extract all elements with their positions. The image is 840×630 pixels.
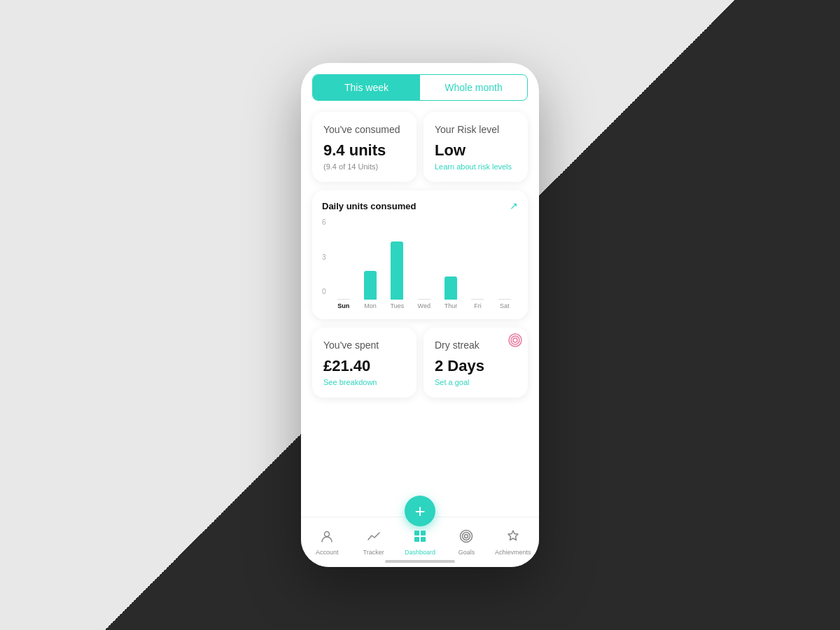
bar-label-thur: Thur [444, 302, 458, 309]
nav-item-tracker[interactable]: Tracker [350, 528, 396, 556]
nav-label-account: Account [316, 549, 339, 556]
consumed-label: You've consumed [323, 123, 405, 136]
scroll-content: This week Whole month You've consumed 9.… [301, 63, 539, 567]
nav-item-account[interactable]: Account [304, 528, 350, 556]
home-indicator [385, 560, 455, 563]
bar-tues [391, 241, 403, 300]
streak-label: Dry streak [435, 339, 517, 351]
nav-item-dashboard[interactable]: Dashboard [397, 528, 443, 556]
svg-point-3 [325, 532, 330, 537]
bar-label-sun: Sun [337, 302, 349, 309]
tab-whole-month[interactable]: Whole month [420, 75, 527, 100]
svg-rect-5 [421, 531, 426, 536]
consumed-value: 9.4 units [323, 141, 405, 160]
expand-icon[interactable]: ↗ [510, 200, 518, 211]
bar-group-tues[interactable]: Tues [384, 232, 410, 309]
risk-label: Your Risk level [435, 123, 517, 136]
svg-point-1 [511, 336, 519, 344]
streak-goal-link[interactable]: Set a goal [435, 378, 517, 386]
nav-label-tracker: Tracker [363, 549, 384, 556]
svg-rect-7 [421, 537, 426, 542]
tab-this-week[interactable]: This week [313, 75, 420, 100]
nav-item-achievements[interactable]: Achievments [490, 528, 536, 556]
bar-label-sat: Sat [500, 302, 510, 309]
bar-group-fri[interactable]: Fri [464, 232, 491, 309]
bar-thur [444, 276, 457, 300]
consumed-card: You've consumed 9.4 units (9.4 of 14 Uni… [312, 112, 416, 182]
spent-card: You've spent £21.40 See breakdown [312, 328, 416, 398]
bar-dash-sun [337, 299, 350, 300]
goals-icon [458, 528, 474, 547]
chart-title: Daily units consumed [322, 201, 416, 211]
chart-header: Daily units consumed ↗ [322, 200, 518, 211]
bar-dash-fri [471, 299, 484, 300]
y-label-6: 6 [322, 218, 326, 226]
top-cards-row: You've consumed 9.4 units (9.4 of 14 Uni… [312, 112, 528, 182]
dashboard-icon [412, 528, 428, 547]
bar-dash-sat [498, 299, 511, 300]
account-icon [319, 528, 335, 547]
nav-label-dashboard: Dashboard [405, 549, 435, 556]
svg-point-10 [465, 535, 468, 538]
add-fab[interactable]: + [405, 496, 435, 526]
spent-breakdown-link[interactable]: See breakdown [323, 378, 405, 386]
bar-label-tues: Tues [391, 302, 405, 309]
phone-frame: This week Whole month You've consumed 9.… [301, 63, 539, 567]
achievements-icon [505, 528, 521, 547]
bar-mon [364, 271, 377, 300]
bar-group-sat[interactable]: Sat [491, 232, 518, 309]
bar-group-thur[interactable]: Thur [438, 232, 464, 309]
nav-item-goals[interactable]: Goals [443, 528, 489, 556]
bar-label-fri: Fri [474, 302, 482, 309]
y-axis-labels: 6 3 0 [322, 218, 326, 309]
streak-value: 2 Days [435, 357, 517, 375]
nav-label-goals: Goals [458, 549, 475, 556]
spent-value: £21.40 [323, 357, 405, 375]
bars-container: SunMonTuesWedThurFriSat [330, 218, 518, 309]
bar-label-wed: Wed [418, 302, 430, 309]
y-label-3: 3 [322, 253, 326, 261]
risk-value: Low [435, 141, 517, 160]
spent-label: You've spent [323, 339, 405, 351]
svg-point-9 [463, 533, 470, 540]
svg-rect-4 [414, 531, 419, 536]
risk-learn-link[interactable]: Learn about risk levels [435, 162, 517, 171]
tab-switcher: This week Whole month [312, 74, 528, 101]
consumed-sub: (9.4 of 14 Units) [323, 162, 405, 171]
streak-card: Dry streak 2 Days Set a goal [424, 328, 528, 398]
bottom-cards-row: You've spent £21.40 See breakdown Dry st… [312, 328, 528, 398]
svg-point-2 [513, 338, 517, 342]
chart-area: 6 3 0 SunMonTuesWedThurFriSat [322, 218, 518, 309]
bar-label-mon: Mon [364, 302, 377, 309]
tracker-icon [366, 528, 382, 547]
target-icon [508, 333, 522, 347]
chart-card: Daily units consumed ↗ 6 3 0 SunMonTuesW… [312, 190, 528, 319]
y-label-0: 0 [322, 288, 326, 295]
bar-dash-wed [418, 299, 430, 300]
bar-group-wed[interactable]: Wed [411, 232, 438, 309]
risk-card: Your Risk level Low Learn about risk lev… [424, 112, 528, 182]
nav-label-achievements: Achievments [495, 549, 531, 556]
bar-group-sun[interactable]: Sun [330, 232, 357, 309]
svg-rect-6 [414, 537, 419, 542]
bar-group-mon[interactable]: Mon [357, 232, 384, 309]
